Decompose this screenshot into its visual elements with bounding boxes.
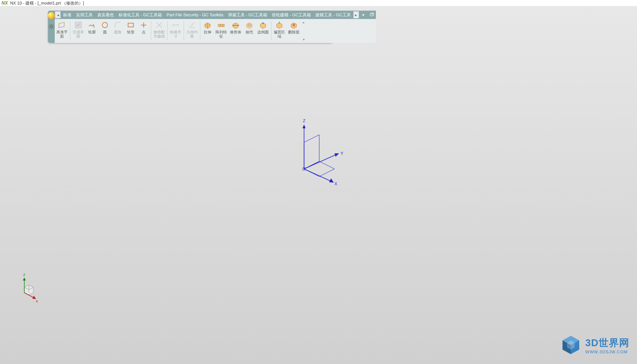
- svg-marker-10: [303, 124, 306, 128]
- triad-z-label: Z: [23, 273, 25, 277]
- triad-x-label: X: [36, 299, 38, 303]
- watermark-cube-icon: [559, 334, 582, 356]
- watermark: 3D世界网 WWW.3DSJW.COM: [559, 334, 629, 356]
- z-axis-label: Z: [303, 118, 306, 123]
- watermark-title: 3D世界网: [585, 336, 629, 350]
- y-axis-label: Y: [341, 151, 344, 156]
- graphics-viewport[interactable]: Z Y X Z X: [0, 0, 637, 364]
- svg-marker-12: [334, 153, 339, 157]
- x-axis-label: X: [334, 181, 338, 186]
- svg-line-11: [304, 154, 336, 169]
- datum-csys[interactable]: Z Y X: [296, 114, 350, 186]
- svg-line-13: [304, 169, 331, 181]
- svg-marker-17: [23, 277, 26, 280]
- watermark-url: WWW.3DSJW.COM: [585, 350, 629, 354]
- view-triad[interactable]: Z X: [17, 273, 40, 303]
